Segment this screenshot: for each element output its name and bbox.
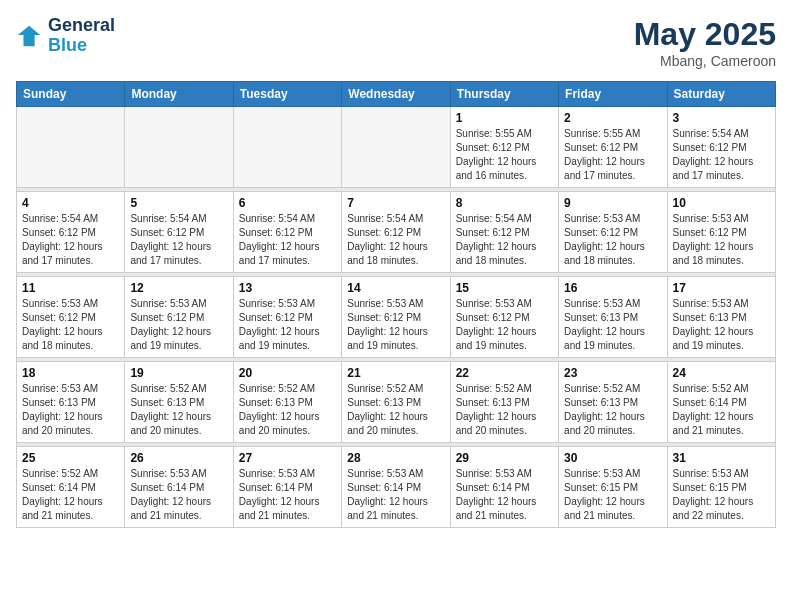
day-number: 30 <box>564 451 661 465</box>
calendar-cell: 14Sunrise: 5:53 AMSunset: 6:12 PMDayligh… <box>342 277 450 358</box>
day-info: Sunrise: 5:52 AMSunset: 6:13 PMDaylight:… <box>130 382 227 438</box>
calendar-cell: 31Sunrise: 5:53 AMSunset: 6:15 PMDayligh… <box>667 447 775 528</box>
day-number: 20 <box>239 366 336 380</box>
day-info: Sunrise: 5:54 AMSunset: 6:12 PMDaylight:… <box>673 127 770 183</box>
day-number: 22 <box>456 366 553 380</box>
calendar-cell: 13Sunrise: 5:53 AMSunset: 6:12 PMDayligh… <box>233 277 341 358</box>
day-number: 5 <box>130 196 227 210</box>
calendar-cell: 21Sunrise: 5:52 AMSunset: 6:13 PMDayligh… <box>342 362 450 443</box>
day-number: 14 <box>347 281 444 295</box>
day-info: Sunrise: 5:52 AMSunset: 6:13 PMDaylight:… <box>239 382 336 438</box>
day-info: Sunrise: 5:55 AMSunset: 6:12 PMDaylight:… <box>564 127 661 183</box>
weekday-header-saturday: Saturday <box>667 82 775 107</box>
calendar-week-row: 18Sunrise: 5:53 AMSunset: 6:13 PMDayligh… <box>17 362 776 443</box>
logo: General Blue <box>16 16 115 56</box>
calendar-cell: 9Sunrise: 5:53 AMSunset: 6:12 PMDaylight… <box>559 192 667 273</box>
day-info: Sunrise: 5:53 AMSunset: 6:12 PMDaylight:… <box>22 297 119 353</box>
day-info: Sunrise: 5:54 AMSunset: 6:12 PMDaylight:… <box>347 212 444 268</box>
day-info: Sunrise: 5:53 AMSunset: 6:15 PMDaylight:… <box>673 467 770 523</box>
calendar-cell: 12Sunrise: 5:53 AMSunset: 6:12 PMDayligh… <box>125 277 233 358</box>
calendar-header-row: SundayMondayTuesdayWednesdayThursdayFrid… <box>17 82 776 107</box>
calendar-cell: 25Sunrise: 5:52 AMSunset: 6:14 PMDayligh… <box>17 447 125 528</box>
day-info: Sunrise: 5:53 AMSunset: 6:14 PMDaylight:… <box>130 467 227 523</box>
day-info: Sunrise: 5:53 AMSunset: 6:13 PMDaylight:… <box>22 382 119 438</box>
day-number: 16 <box>564 281 661 295</box>
day-number: 31 <box>673 451 770 465</box>
weekday-header-sunday: Sunday <box>17 82 125 107</box>
day-number: 25 <box>22 451 119 465</box>
day-number: 18 <box>22 366 119 380</box>
day-info: Sunrise: 5:53 AMSunset: 6:15 PMDaylight:… <box>564 467 661 523</box>
page-header: General Blue May 2025 Mbang, Cameroon <box>16 16 776 69</box>
day-info: Sunrise: 5:55 AMSunset: 6:12 PMDaylight:… <box>456 127 553 183</box>
logo-icon <box>16 22 44 50</box>
calendar-cell: 29Sunrise: 5:53 AMSunset: 6:14 PMDayligh… <box>450 447 558 528</box>
calendar-cell: 27Sunrise: 5:53 AMSunset: 6:14 PMDayligh… <box>233 447 341 528</box>
svg-marker-0 <box>18 26 40 47</box>
day-number: 21 <box>347 366 444 380</box>
calendar-cell: 16Sunrise: 5:53 AMSunset: 6:13 PMDayligh… <box>559 277 667 358</box>
day-number: 7 <box>347 196 444 210</box>
day-number: 26 <box>130 451 227 465</box>
calendar-table: SundayMondayTuesdayWednesdayThursdayFrid… <box>16 81 776 528</box>
day-number: 2 <box>564 111 661 125</box>
day-number: 3 <box>673 111 770 125</box>
day-number: 29 <box>456 451 553 465</box>
calendar-cell: 19Sunrise: 5:52 AMSunset: 6:13 PMDayligh… <box>125 362 233 443</box>
day-info: Sunrise: 5:53 AMSunset: 6:12 PMDaylight:… <box>673 212 770 268</box>
day-info: Sunrise: 5:54 AMSunset: 6:12 PMDaylight:… <box>22 212 119 268</box>
calendar-cell: 5Sunrise: 5:54 AMSunset: 6:12 PMDaylight… <box>125 192 233 273</box>
day-number: 12 <box>130 281 227 295</box>
calendar-week-row: 11Sunrise: 5:53 AMSunset: 6:12 PMDayligh… <box>17 277 776 358</box>
location-subtitle: Mbang, Cameroon <box>634 53 776 69</box>
calendar-week-row: 1Sunrise: 5:55 AMSunset: 6:12 PMDaylight… <box>17 107 776 188</box>
day-info: Sunrise: 5:53 AMSunset: 6:12 PMDaylight:… <box>130 297 227 353</box>
calendar-cell: 7Sunrise: 5:54 AMSunset: 6:12 PMDaylight… <box>342 192 450 273</box>
day-number: 19 <box>130 366 227 380</box>
calendar-cell: 23Sunrise: 5:52 AMSunset: 6:13 PMDayligh… <box>559 362 667 443</box>
day-info: Sunrise: 5:53 AMSunset: 6:13 PMDaylight:… <box>673 297 770 353</box>
weekday-header-friday: Friday <box>559 82 667 107</box>
calendar-cell: 24Sunrise: 5:52 AMSunset: 6:14 PMDayligh… <box>667 362 775 443</box>
calendar-cell: 30Sunrise: 5:53 AMSunset: 6:15 PMDayligh… <box>559 447 667 528</box>
day-info: Sunrise: 5:53 AMSunset: 6:14 PMDaylight:… <box>239 467 336 523</box>
day-info: Sunrise: 5:53 AMSunset: 6:14 PMDaylight:… <box>347 467 444 523</box>
calendar-cell: 11Sunrise: 5:53 AMSunset: 6:12 PMDayligh… <box>17 277 125 358</box>
calendar-cell <box>125 107 233 188</box>
day-info: Sunrise: 5:53 AMSunset: 6:14 PMDaylight:… <box>456 467 553 523</box>
calendar-cell: 20Sunrise: 5:52 AMSunset: 6:13 PMDayligh… <box>233 362 341 443</box>
day-number: 15 <box>456 281 553 295</box>
day-info: Sunrise: 5:54 AMSunset: 6:12 PMDaylight:… <box>130 212 227 268</box>
weekday-header-monday: Monday <box>125 82 233 107</box>
calendar-cell: 15Sunrise: 5:53 AMSunset: 6:12 PMDayligh… <box>450 277 558 358</box>
day-info: Sunrise: 5:52 AMSunset: 6:13 PMDaylight:… <box>347 382 444 438</box>
day-info: Sunrise: 5:53 AMSunset: 6:12 PMDaylight:… <box>564 212 661 268</box>
calendar-cell <box>17 107 125 188</box>
day-number: 8 <box>456 196 553 210</box>
day-number: 1 <box>456 111 553 125</box>
day-info: Sunrise: 5:53 AMSunset: 6:12 PMDaylight:… <box>347 297 444 353</box>
day-number: 23 <box>564 366 661 380</box>
day-number: 27 <box>239 451 336 465</box>
weekday-header-thursday: Thursday <box>450 82 558 107</box>
calendar-cell: 8Sunrise: 5:54 AMSunset: 6:12 PMDaylight… <box>450 192 558 273</box>
weekday-header-tuesday: Tuesday <box>233 82 341 107</box>
day-number: 17 <box>673 281 770 295</box>
day-info: Sunrise: 5:52 AMSunset: 6:14 PMDaylight:… <box>673 382 770 438</box>
day-number: 24 <box>673 366 770 380</box>
day-number: 13 <box>239 281 336 295</box>
calendar-cell: 10Sunrise: 5:53 AMSunset: 6:12 PMDayligh… <box>667 192 775 273</box>
day-info: Sunrise: 5:53 AMSunset: 6:13 PMDaylight:… <box>564 297 661 353</box>
day-info: Sunrise: 5:54 AMSunset: 6:12 PMDaylight:… <box>456 212 553 268</box>
calendar-cell: 3Sunrise: 5:54 AMSunset: 6:12 PMDaylight… <box>667 107 775 188</box>
calendar-cell: 6Sunrise: 5:54 AMSunset: 6:12 PMDaylight… <box>233 192 341 273</box>
calendar-cell <box>342 107 450 188</box>
month-year-title: May 2025 <box>634 16 776 53</box>
calendar-week-row: 25Sunrise: 5:52 AMSunset: 6:14 PMDayligh… <box>17 447 776 528</box>
calendar-cell: 1Sunrise: 5:55 AMSunset: 6:12 PMDaylight… <box>450 107 558 188</box>
day-info: Sunrise: 5:54 AMSunset: 6:12 PMDaylight:… <box>239 212 336 268</box>
day-info: Sunrise: 5:52 AMSunset: 6:14 PMDaylight:… <box>22 467 119 523</box>
calendar-cell: 17Sunrise: 5:53 AMSunset: 6:13 PMDayligh… <box>667 277 775 358</box>
day-number: 6 <box>239 196 336 210</box>
day-number: 9 <box>564 196 661 210</box>
